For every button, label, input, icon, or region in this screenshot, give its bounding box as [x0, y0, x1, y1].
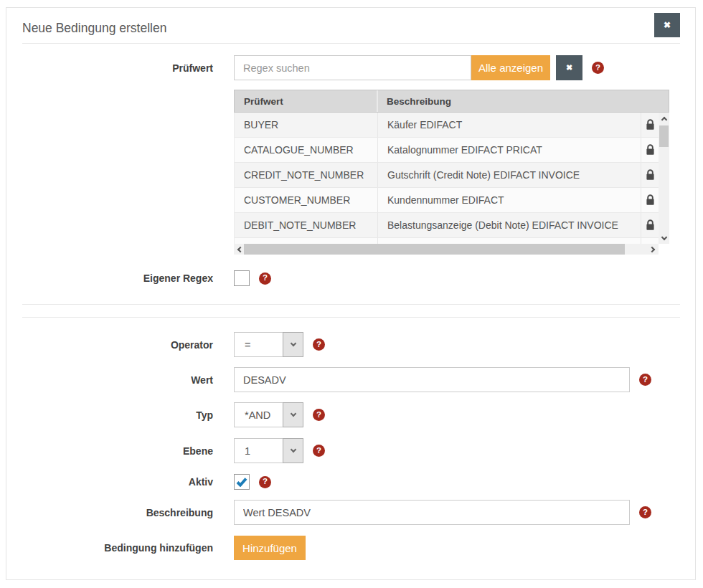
aktiv-label: Aktiv — [22, 476, 234, 488]
cell-beschreibung: Gutschrift (Credit Note) EDIFACT INVOICE — [378, 163, 641, 187]
lock-icon — [646, 219, 655, 231]
horizontal-scrollbar[interactable] — [234, 244, 659, 255]
vertical-scrollbar-thumb[interactable] — [659, 125, 669, 147]
horizontal-scrollbar-thumb[interactable] — [244, 244, 625, 255]
scrollbar-corner — [659, 244, 669, 255]
page-title: Neue Bedingung erstellen — [22, 13, 166, 36]
typ-help-icon[interactable]: ? — [313, 409, 325, 421]
beschreibung-input[interactable] — [234, 500, 630, 525]
typ-row: Typ *AND ? — [22, 402, 680, 427]
cell-beschreibung: Belastungsanzeige (Debit Note) EDIFACT I… — [378, 213, 641, 237]
scroll-left-arrow[interactable] — [234, 244, 245, 255]
beschreibung-row: Beschreibung ? — [22, 500, 680, 525]
beschreibung-label: Beschreibung — [22, 507, 234, 518]
lock-cell — [641, 163, 659, 187]
column-header-pruefwert: Prüfwert — [235, 90, 378, 112]
aktiv-help-icon[interactable]: ? — [259, 476, 271, 488]
lock-cell — [641, 113, 659, 137]
add-condition-label: Bedingung hinzufügen — [22, 542, 234, 554]
ebene-help-icon[interactable]: ? — [313, 445, 325, 457]
aktiv-checkbox[interactable] — [234, 474, 250, 490]
show-all-button[interactable]: Alle anzeigen — [471, 55, 550, 80]
chevron-left-icon — [237, 246, 243, 252]
clear-search-button[interactable]: ✖ — [556, 55, 582, 80]
vertical-scrollbar[interactable] — [659, 113, 669, 244]
lock-icon — [646, 194, 655, 206]
table-header: Prüfwert Beschreibung — [234, 90, 669, 113]
eigener-regex-row: Eigener Regex ? — [22, 270, 680, 286]
lock-icon — [646, 169, 655, 181]
cell-pruefwert — [235, 238, 378, 244]
dialog-header: Neue Bedingung erstellen ✖ — [6, 8, 695, 37]
chevron-right-icon — [649, 246, 655, 252]
close-button[interactable]: ✖ — [654, 13, 680, 37]
ebene-row: Ebene 1 ? — [22, 438, 680, 463]
operator-label: Operator — [22, 339, 234, 351]
operator-select-value: = — [235, 333, 283, 356]
table-row[interactable] — [235, 238, 659, 244]
column-header-beschreibung: Beschreibung — [378, 96, 669, 107]
pruefwert-label: Prüfwert — [22, 62, 234, 74]
lock-cell — [641, 238, 659, 244]
cell-beschreibung: Katalognummer EDIFACT PRICAT — [378, 138, 641, 162]
form-content: Prüfwert Alle anzeigen ✖ ? Prüfwert Besc… — [6, 44, 695, 560]
scroll-up-arrow[interactable] — [659, 113, 669, 124]
cell-pruefwert: DEBIT_NOTE_NUMBER — [235, 213, 378, 237]
scroll-down-arrow[interactable] — [659, 232, 669, 244]
ebene-label: Ebene — [22, 445, 234, 457]
cell-pruefwert: CUSTOMER_NUMBER — [235, 188, 378, 212]
pruefwert-table: Prüfwert Beschreibung BUYER Käufer EDIFA… — [234, 90, 669, 255]
table-row[interactable]: CREDIT_NOTE_NUMBER Gutschrift (Credit No… — [235, 163, 659, 188]
typ-label: Typ — [22, 409, 234, 421]
operator-help-icon[interactable]: ? — [313, 338, 325, 351]
eigener-regex-label: Eigener Regex — [22, 272, 234, 284]
dialog-panel: Neue Bedingung erstellen ✖ Prüfwert Alle… — [6, 7, 696, 580]
add-condition-row: Bedingung hinzufügen Hinzufügen — [22, 536, 680, 560]
cell-pruefwert: BUYER — [235, 113, 378, 137]
typ-select-button[interactable] — [283, 402, 303, 427]
chevron-down-icon — [661, 234, 666, 240]
ebene-select[interactable]: 1 — [234, 438, 303, 463]
cell-beschreibung — [378, 238, 641, 244]
clear-icon: ✖ — [566, 63, 572, 72]
cell-beschreibung: Käufer EDIFACT — [378, 113, 641, 137]
table-row[interactable]: CUSTOMER_NUMBER Kundennummer EDIFACT — [235, 188, 659, 213]
lock-cell — [641, 188, 659, 212]
wert-label: Wert — [22, 374, 234, 386]
cell-beschreibung: Kundennummer EDIFACT — [378, 188, 641, 212]
pruefwert-help-icon[interactable]: ? — [592, 62, 604, 74]
wert-row: Wert ? — [22, 367, 680, 392]
typ-select[interactable]: *AND — [234, 402, 303, 427]
operator-select-button[interactable] — [283, 332, 303, 357]
add-button[interactable]: Hinzufügen — [234, 536, 306, 560]
checkmark-icon — [236, 477, 247, 487]
ebene-select-value: 1 — [235, 439, 283, 463]
table-body: BUYER Käufer EDIFACT CATALOGUE_NUMBER Ka… — [234, 113, 659, 244]
lock-cell — [641, 213, 659, 237]
chevron-down-icon — [290, 411, 296, 417]
pruefwert-table-row: Prüfwert Beschreibung BUYER Käufer EDIFA… — [22, 90, 680, 255]
table-row[interactable]: CATALOGUE_NUMBER Katalognummer EDIFACT P… — [235, 138, 659, 163]
typ-select-value: *AND — [235, 403, 283, 427]
close-icon: ✖ — [664, 20, 671, 30]
wert-input[interactable] — [234, 367, 630, 392]
operator-select[interactable]: = — [234, 332, 303, 357]
lock-icon — [646, 119, 655, 131]
beschreibung-help-icon[interactable]: ? — [639, 506, 651, 518]
chevron-down-icon — [290, 341, 296, 346]
section-divider — [22, 304, 680, 318]
aktiv-row: Aktiv ? — [22, 474, 680, 490]
chevron-down-icon — [290, 447, 296, 452]
table-row[interactable]: DEBIT_NOTE_NUMBER Belastungsanzeige (Deb… — [235, 213, 659, 238]
eigener-regex-help-icon[interactable]: ? — [259, 272, 271, 285]
pruefwert-search-row: Prüfwert Alle anzeigen ✖ ? — [22, 55, 680, 80]
lock-cell — [641, 138, 659, 162]
chevron-up-icon — [661, 116, 666, 122]
eigener-regex-checkbox[interactable] — [234, 270, 250, 286]
wert-help-icon[interactable]: ? — [639, 374, 651, 386]
regex-search-input[interactable] — [234, 55, 471, 80]
table-row[interactable]: BUYER Käufer EDIFACT — [235, 113, 659, 138]
scroll-right-arrow[interactable] — [648, 244, 659, 255]
lock-icon — [646, 144, 655, 156]
ebene-select-button[interactable] — [283, 438, 303, 463]
